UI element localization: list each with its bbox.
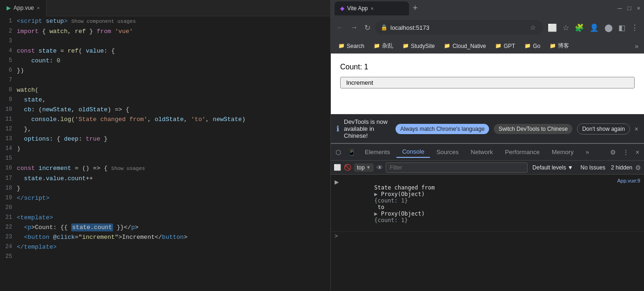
bookmark-cloudnative[interactable]: 📁 Cloud_Native [440,41,490,51]
bookmarks-more-button[interactable]: » [633,41,640,52]
editor-tab-app-vue[interactable]: ▶ App.vue × [0,0,47,16]
folder-icon: 📁 [338,43,345,49]
console-log-row: ▶ State changed from ▶ Proxy(Object) {co… [331,176,644,232]
line-number: 14 [0,144,17,154]
code-line: 15 [0,154,330,163]
vue-icon: ▶ [7,5,11,11]
star-icon[interactable]: ☆ [561,21,571,34]
vite-icon: ◆ [340,5,344,12]
editor-content: 1 <script setup>Show component usages 2 … [0,16,330,291]
line-content [17,36,330,46]
line-content: ) [17,144,330,154]
folder-icon: 📁 [402,43,409,49]
notification-close-button[interactable]: × [635,125,638,133]
code-line: 6 }) [0,66,330,75]
console-settings-icon[interactable]: ⚙ [635,164,641,171]
new-tab-button[interactable]: + [411,3,420,13]
tab-memory[interactable]: Memory [546,147,579,157]
bookmark-go[interactable]: 📁 Go [521,41,544,51]
line-number: 12 [0,124,17,134]
line-number: 1 [0,16,17,26]
notification-text: DevTools is now available in Chinese! [344,118,391,139]
tab-sources[interactable]: Sources [431,147,464,157]
tab-more[interactable]: » [580,147,595,157]
close-button[interactable]: × [637,5,640,12]
bookmark-label: GPT [503,43,515,49]
console-clear-button[interactable]: 🚫 [344,164,351,171]
bookmark-search[interactable]: 📁 Search [335,41,368,51]
tab-performance[interactable]: Performance [499,147,545,157]
code-line: 22 <p>Count: {{ state.count }}</p> [0,223,330,232]
line-content: const state = ref( value: { [17,46,330,56]
switch-devtools-language-button[interactable]: Switch DevTools to Chinese [494,124,572,134]
dont-show-again-button[interactable]: Don't show again [577,123,630,135]
extensions-icon[interactable]: 🧩 [573,21,586,34]
devtools-inspect-button[interactable]: ⬡ [333,147,344,158]
expand-icon[interactable]: ▶ [335,179,339,185]
bookmark-label: 杂乱 [382,42,393,50]
line-content: }, [17,124,330,134]
line-content: }) [17,66,330,75]
code-line: 16 const increment = () => {Show usages [0,163,330,174]
devtools-device-button[interactable]: 📱 [345,147,358,158]
line-content: <template> [17,213,330,223]
sidebar-icon[interactable]: ◧ [617,21,627,34]
browser-tab-vite[interactable]: ◆ Vite App × [335,1,409,15]
console-sidebar-button[interactable]: ⬜ [334,164,341,171]
issues-badge[interactable]: No Issues [578,164,608,171]
code-line: 19 </script> [0,193,330,203]
log-level-selector[interactable]: Default levels ▼ [530,163,575,172]
folder-icon: 📁 [495,43,502,49]
devtools-settings-area: ⚙ ⋮ × [607,147,642,158]
chevron-icon: > [335,233,338,239]
url-text: localhost:5173 [390,24,526,31]
devtools-more-button[interactable]: ⋮ [620,147,632,158]
line-number: 23 [0,232,17,242]
forward-button[interactable]: → [349,21,360,34]
context-selector[interactable]: top ▼ [354,163,374,172]
info-icon: ℹ [336,124,339,133]
bookmark-icon[interactable]: ☆ [529,24,537,31]
bookmark-blog[interactable]: 📁 博客 [546,41,573,51]
editor-tab-close[interactable]: × [37,5,40,11]
line-content [17,203,330,213]
tab-network[interactable]: Network [465,147,499,157]
url-bar[interactable]: 🔒 localhost:5173 ☆ [375,20,543,35]
tab-console[interactable]: Console [396,146,430,158]
browser-titlebar: ◆ Vite App × + ─ □ × [331,0,644,16]
increment-button[interactable]: Increment [340,77,635,88]
hidden-count[interactable]: 2 hidden [611,164,632,171]
line-number: 24 [0,242,17,252]
devtools-settings-button[interactable]: ⚙ [607,147,619,158]
lock-icon: 🔒 [381,24,388,31]
line-content: state.value.count++ [17,174,330,183]
line-content: <script setup>Show component usages [17,16,330,27]
bookmark-gpt[interactable]: 📁 GPT [491,41,519,51]
console-toolbar: ⬜ 🚫 top ▼ 👁 Default levels ▼ No Issues 2… [331,161,644,175]
console-filter-input[interactable] [386,162,528,173]
line-number: 19 [0,193,17,203]
profile-icon[interactable]: 👤 [588,21,601,34]
menu-icon[interactable]: ⋮ [629,21,640,34]
maximize-button[interactable]: □ [628,5,631,12]
line-content [17,154,330,163]
chrome-icon[interactable]: ⬤ [603,21,615,34]
bookmarks-bar: 📁 Search 📁 杂乱 📁 StudySite 📁 Cloud_Native… [331,39,644,54]
refresh-button[interactable]: ↻ [362,21,372,34]
address-bar: ← → ↻ 🔒 localhost:5173 ☆ ⬜ ☆ 🧩 👤 ⬤ ◧ ⋮ [331,16,644,39]
minimize-button[interactable]: ─ [617,5,622,12]
back-button[interactable]: ← [335,21,346,34]
code-line: 10 cb: (newState, oldState) => { [0,105,330,115]
always-match-language-button[interactable]: Always match Chrome's language [396,124,489,134]
console-chevron[interactable]: > [331,232,644,240]
eye-button[interactable]: 👁 [376,164,383,171]
bookmark-studysite[interactable]: 📁 StudySite [399,41,438,51]
browser-tab-close[interactable]: × [370,6,373,11]
tab-elements[interactable]: Elements [359,147,396,157]
bookmark-misc[interactable]: 📁 杂乱 [370,41,397,51]
code-line: 3 [0,36,330,46]
console-source-link[interactable]: App.vue:9 [617,178,640,183]
line-content: } [17,183,330,193]
devtools-close-button[interactable]: × [633,147,642,158]
screenshot-icon[interactable]: ⬜ [546,21,559,34]
